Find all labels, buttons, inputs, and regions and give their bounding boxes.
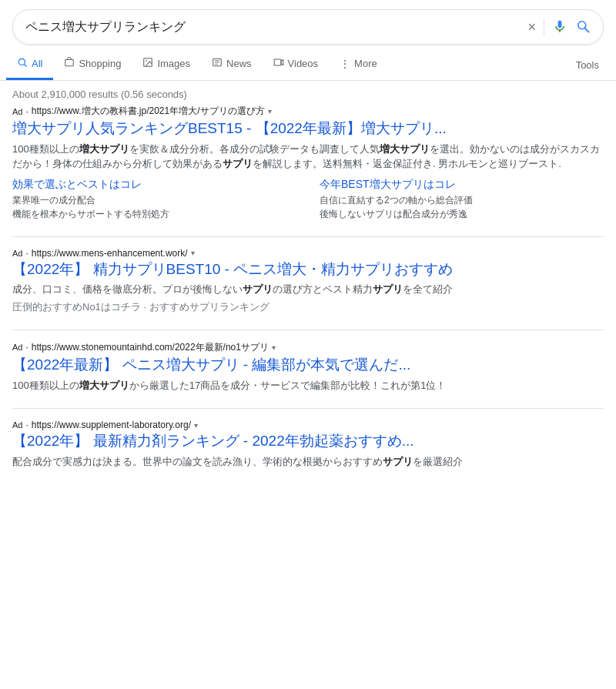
ad4-dropdown-icon[interactable]: ▾ [194,421,198,430]
ad3-title[interactable]: 【2022年最新】 ペニス増大サプリ - 編集部が本気で選んだ... [12,356,604,375]
mic-icon[interactable] [552,18,567,36]
ad1-url: https://www.増大の教科書.jp/2021年増大/サプリの選び方 [32,105,265,118]
tab-images[interactable]: Images [132,49,201,80]
tab-videos[interactable]: Videos [263,49,330,80]
tab-more[interactable]: ⋮ More [329,50,388,80]
images-icon [142,57,153,70]
ad1-sublink2-desc1: 自信に直結する2つの軸から総合評価 [320,193,604,207]
ad3-badge: Ad [12,343,22,352]
ad3-dot: · [25,342,28,353]
search-bar-container: ペニス増大サプリランキング × [0,0,616,45]
ad2-sitelink2[interactable]: おすすめサプリランキング [149,301,270,313]
ad3-dropdown-icon[interactable]: ▾ [272,343,276,352]
tab-shopping-label: Shopping [79,58,121,69]
ad4-url: https://www.supplement-laboratory.org/ [32,420,191,430]
ad1-dot: · [25,106,28,117]
separator-3 [12,408,604,409]
tab-videos-label: Videos [288,58,319,69]
results-count: About 2,910,000 results (0.56 seconds) [0,81,616,105]
ad-result-4: Ad · https://www.supplement-laboratory.o… [12,420,604,469]
icon-divider [544,18,544,35]
search-bar-icons: × [527,18,591,36]
search-query[interactable]: ペニス増大サプリランキング [25,19,527,35]
ad-result-2: Ad · https://www.mens-enhancement.work/ … [12,248,604,314]
tab-news-label: News [226,58,252,69]
ad1-sublink1-title[interactable]: 効果で選ぶとベストはコレ [12,178,296,192]
ad1-url-line: Ad · https://www.増大の教科書.jp/2021年増大/サプリの選… [12,105,604,118]
tab-shopping[interactable]: Shopping [53,49,132,80]
results-container: Ad · https://www.増大の教科書.jp/2021年増大/サプリの選… [0,105,616,469]
ad2-url-line: Ad · https://www.mens-enhancement.work/ … [12,248,604,259]
ad3-url: https://www.stonemountainhd.com/2022年最新/… [32,341,269,354]
tab-all-label: All [32,58,42,69]
ad4-dot: · [25,420,28,430]
ad2-sitelink-sep: · [143,301,149,313]
search-bar: ペニス増大サプリランキング × [12,9,604,45]
more-dots-icon: ⋮ [340,58,350,70]
shopping-icon [64,57,75,70]
ad4-url-line: Ad · https://www.supplement-laboratory.o… [12,420,604,430]
ad1-sublink2-desc2: 後悔しないサプリは配合成分が秀逸 [320,207,604,221]
ad1-title[interactable]: 増大サプリ人気ランキングBEST15 - 【2022年最新】増大サプリ... [12,119,604,139]
ad2-dropdown-icon[interactable]: ▾ [191,249,195,257]
ad1-sublinks: 効果で選ぶとベストはコレ 業界唯一の成分配合 機能を根本からサポートする特別処方… [12,178,604,221]
ad1-description: 100種類以上の増大サプリを実飲＆成分分析。各成分の試験データも調査して人気増大… [12,142,604,172]
ad1-badge: Ad [12,107,22,116]
ad1-sublink-1: 効果で選ぶとベストはコレ 業界唯一の成分配合 機能を根本からサポートする特別処方 [12,178,296,221]
tab-all[interactable]: All [6,49,53,80]
ad2-dot: · [25,248,28,259]
ad1-sublink1-desc1: 業界唯一の成分配合 [12,193,296,207]
ad1-sublink2-title[interactable]: 今年BEST増大サプリはコレ [320,178,604,192]
ad2-sitelink1[interactable]: 圧倒的おすすめNo1はコチラ [12,301,141,313]
svg-rect-5 [65,60,74,66]
ad4-description: 配合成分で実感力は決まる。世界中の論文を読み漁り、学術的な根拠からおすすめサプリ… [12,454,604,470]
tools-button[interactable]: Tools [565,52,610,79]
separator-1 [12,236,604,237]
svg-line-2 [585,28,589,32]
ad2-url: https://www.mens-enhancement.work/ [32,248,188,259]
ad3-description: 100種類以上の増大サプリから厳選した17商品を成分・サービスで編集部が比較！こ… [12,378,604,393]
ad-result-1: Ad · https://www.増大の教科書.jp/2021年増大/サプリの選… [12,105,604,221]
ad2-description: 成分、口コミ、価格を徹底分析。プロが後悔しないサプリの選び方とベスト精力サプリを… [12,282,604,297]
ad2-badge: Ad [12,249,22,258]
ad3-url-line: Ad · https://www.stonemountainhd.com/202… [12,341,604,354]
tab-images-label: Images [157,58,190,69]
ad1-sublink-2: 今年BEST増大サプリはコレ 自信に直結する2つの軸から総合評価 後悔しないサプ… [320,178,604,221]
separator-2 [12,329,604,330]
clear-icon[interactable]: × [527,19,536,35]
ad4-title[interactable]: 【2022年】 最新精力剤ランキング - 2022年勃起薬おすすめ... [12,432,604,451]
videos-icon [273,57,284,70]
ad1-dropdown-icon[interactable]: ▾ [268,107,272,115]
search-icon[interactable] [575,18,591,36]
svg-line-4 [24,64,26,66]
all-icon [17,57,28,70]
tab-news[interactable]: News [201,49,263,80]
ad4-badge: Ad [12,420,22,430]
ad1-sublink1-desc2: 機能を根本からサポートする特別処方 [12,207,296,221]
tab-more-label: More [354,58,377,69]
svg-point-7 [146,60,147,62]
svg-rect-0 [559,30,561,32]
ad2-title[interactable]: 【2022年】 精力サプリBEST10 - ペニス増大・精力サプリおすすめ [12,260,604,279]
ad2-sitelinks: 圧倒的おすすめNo1はコチラ · おすすめサプリランキング [12,300,604,314]
nav-tabs: All Shopping Images News Videos ⋮ More T… [0,49,616,81]
news-icon [212,57,223,70]
svg-rect-12 [274,59,281,65]
ad-result-3: Ad · https://www.stonemountainhd.com/202… [12,341,604,393]
